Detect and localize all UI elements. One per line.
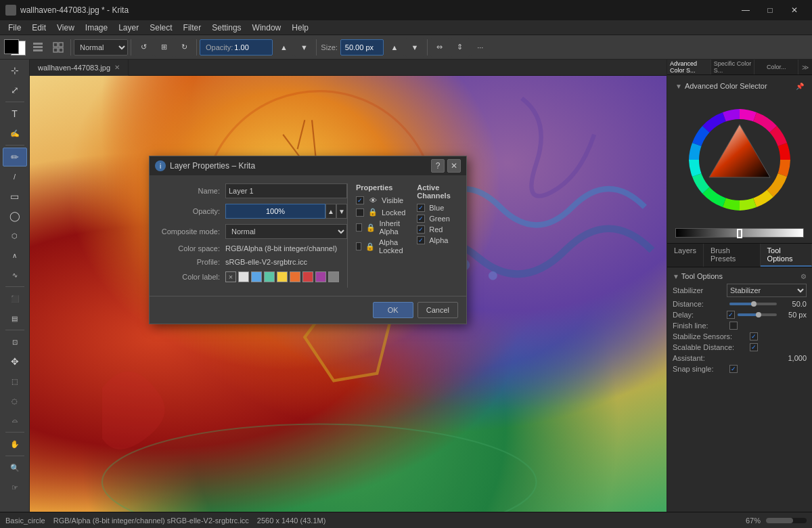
swatch-gray[interactable] bbox=[328, 271, 339, 282]
size-input[interactable] bbox=[345, 43, 379, 51]
menu-file[interactable]: File bbox=[3, 22, 26, 34]
swatch-none[interactable]: × bbox=[225, 271, 236, 282]
green-channel-checkbox[interactable] bbox=[417, 215, 425, 223]
mirror-h-button[interactable]: ⇔ bbox=[430, 38, 449, 57]
tab-brush-presets[interactable]: Brush Presets bbox=[704, 244, 761, 267]
maximize-button[interactable]: □ bbox=[758, 0, 782, 20]
tool-fill[interactable]: ⬛ bbox=[3, 289, 27, 308]
inherit-alpha-checkbox[interactable] bbox=[356, 223, 362, 232]
panel-expand-icon[interactable]: ▼ bbox=[675, 83, 682, 90]
distance-slider-thumb[interactable] bbox=[751, 301, 757, 307]
dialog-close-btn[interactable]: ✕ bbox=[447, 159, 461, 173]
color-swatches[interactable] bbox=[3, 38, 27, 57]
stabilize-sensors-checkbox[interactable] bbox=[750, 332, 758, 340]
menu-window[interactable]: Window bbox=[247, 22, 287, 34]
visible-checkbox[interactable] bbox=[356, 196, 364, 204]
foreground-color-swatch[interactable] bbox=[4, 39, 19, 54]
smooth-button[interactable]: ↻ bbox=[175, 38, 194, 57]
opacity-input[interactable] bbox=[234, 43, 268, 51]
locked-checkbox[interactable] bbox=[356, 208, 364, 217]
wrap-button[interactable]: ⊞ bbox=[154, 38, 173, 57]
scalable-distance-checkbox[interactable] bbox=[750, 343, 758, 351]
menu-edit[interactable]: Edit bbox=[26, 22, 51, 34]
minimize-button[interactable]: — bbox=[734, 0, 758, 20]
menu-settings[interactable]: Settings bbox=[206, 22, 246, 34]
tool-polygon[interactable]: ⬡ bbox=[3, 226, 27, 245]
menu-view[interactable]: View bbox=[51, 22, 80, 34]
tool-ellipse[interactable]: ◯ bbox=[3, 206, 27, 225]
tool-gradient[interactable]: ▤ bbox=[3, 309, 27, 328]
menu-layer[interactable]: Layer bbox=[113, 22, 144, 34]
swatch-yellow[interactable] bbox=[277, 271, 288, 282]
color-wheel-container[interactable] bbox=[675, 95, 804, 224]
blend-mode-select[interactable]: Normal bbox=[74, 39, 128, 56]
menu-filter[interactable]: Filter bbox=[178, 22, 207, 34]
tool-cursor[interactable]: ⊹ bbox=[3, 61, 27, 80]
close-button[interactable]: ✕ bbox=[782, 0, 807, 20]
title-bar-controls[interactable]: — □ ✕ bbox=[734, 0, 807, 20]
tool-bezier[interactable]: ∿ bbox=[3, 265, 27, 284]
opacity-spin-up[interactable]: ▲ bbox=[325, 204, 336, 219]
tool-text[interactable]: T bbox=[3, 104, 27, 123]
layer-properties-dialog[interactable]: i Layer Properties – Krita ? ✕ Name: Opa… bbox=[149, 156, 467, 324]
menu-help[interactable]: Help bbox=[286, 22, 314, 34]
canvas-tab-main[interactable]: wallhaven-447083.jpg ✕ bbox=[30, 60, 129, 76]
swatch-teal[interactable] bbox=[264, 271, 275, 282]
color-wheel-svg[interactable] bbox=[675, 95, 804, 224]
tab-tool-options[interactable]: Tool Options bbox=[761, 244, 812, 267]
tool-line[interactable]: / bbox=[3, 167, 27, 186]
panel-pin-icon[interactable]: 📌 bbox=[796, 83, 804, 90]
tool-select-ellipse[interactable]: ◌ bbox=[3, 391, 27, 410]
tool-brush[interactable]: ✏ bbox=[3, 148, 27, 167]
tool-colorpicker[interactable]: ✋ bbox=[3, 435, 27, 454]
brush-presets-button[interactable] bbox=[28, 38, 47, 57]
canvas-tab-close[interactable]: ✕ bbox=[114, 64, 120, 71]
finish-line-checkbox[interactable] bbox=[729, 322, 738, 330]
value-gradient-bar[interactable] bbox=[675, 228, 804, 238]
panel-options-btn[interactable]: ≫ bbox=[798, 60, 812, 74]
cancel-button[interactable]: Cancel bbox=[418, 302, 458, 318]
size-down[interactable]: ▼ bbox=[405, 38, 424, 57]
dialog-controls[interactable]: ? ✕ bbox=[431, 159, 461, 173]
alpha-channel-checkbox[interactable] bbox=[417, 236, 425, 244]
tool-calligraphy[interactable]: ✍ bbox=[3, 124, 27, 143]
opacity-spin-input[interactable] bbox=[225, 204, 325, 219]
opacity-down[interactable]: ▼ bbox=[294, 38, 313, 57]
tab-layers[interactable]: Layers bbox=[667, 244, 704, 267]
delay-slider[interactable] bbox=[738, 313, 777, 316]
tool-options-settings-icon[interactable]: ⚙ bbox=[800, 273, 807, 280]
tool-pan[interactable]: ☞ bbox=[3, 478, 27, 497]
swatch-blue[interactable] bbox=[251, 271, 262, 282]
tool-polyline[interactable]: ∧ bbox=[3, 246, 27, 265]
expand-arrow[interactable]: ▼ bbox=[673, 273, 679, 280]
tab-advanced-color[interactable]: Advanced Color S... bbox=[667, 60, 711, 74]
alpha-locked-checkbox[interactable] bbox=[356, 242, 361, 250]
name-input[interactable] bbox=[225, 183, 347, 198]
grid-button[interactable] bbox=[49, 38, 68, 57]
dialog-help-btn[interactable]: ? bbox=[431, 159, 445, 173]
menu-image[interactable]: Image bbox=[80, 22, 113, 34]
stabilizer-select[interactable]: Stabilizer bbox=[727, 284, 807, 297]
swatch-orange[interactable] bbox=[290, 271, 300, 282]
size-up[interactable]: ▲ bbox=[385, 38, 404, 57]
swatch-red[interactable] bbox=[302, 271, 313, 282]
opacity-spin-down[interactable]: ▼ bbox=[336, 204, 347, 219]
blue-channel-checkbox[interactable] bbox=[417, 204, 425, 212]
mirror-v-button[interactable]: ⇕ bbox=[451, 38, 470, 57]
more-options-button[interactable]: ··· bbox=[471, 38, 490, 57]
dialog-title-bar[interactable]: i Layer Properties – Krita ? ✕ bbox=[150, 156, 466, 175]
red-channel-checkbox[interactable] bbox=[417, 225, 425, 234]
zoom-slider[interactable] bbox=[766, 518, 807, 523]
tool-rectangle[interactable]: ▭ bbox=[3, 187, 27, 206]
reset-button[interactable]: ↺ bbox=[134, 38, 153, 57]
tool-select-freehand[interactable]: ⌓ bbox=[3, 411, 27, 430]
swatch-purple[interactable] bbox=[315, 271, 326, 282]
tool-zoom[interactable]: 🔍 bbox=[3, 458, 27, 477]
tool-crop[interactable]: ⊡ bbox=[3, 332, 27, 351]
tab-specific-color[interactable]: Specific Color S... bbox=[711, 60, 755, 74]
ok-button[interactable]: OK bbox=[373, 302, 413, 318]
menu-select[interactable]: Select bbox=[144, 22, 177, 34]
opacity-up[interactable]: ▲ bbox=[274, 38, 293, 57]
tool-select-rect[interactable]: ⬚ bbox=[3, 372, 27, 391]
delay-slider-thumb[interactable] bbox=[756, 312, 761, 317]
